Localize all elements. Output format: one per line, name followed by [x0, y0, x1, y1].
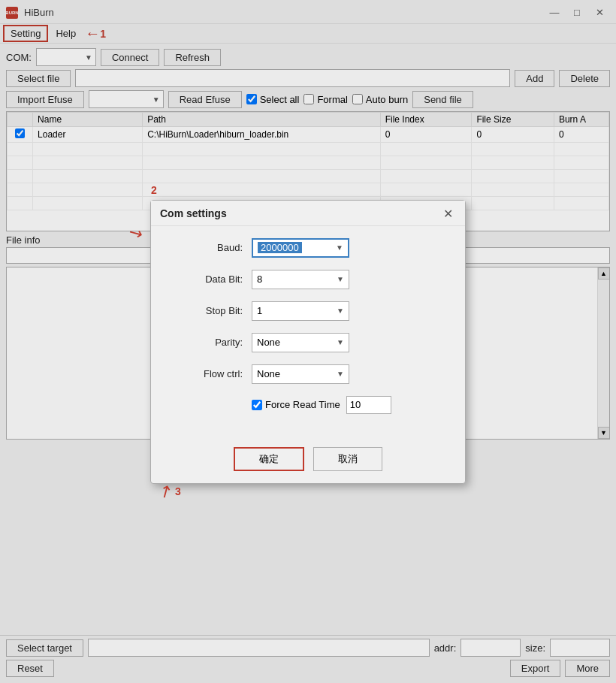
confirm-button[interactable]: 确定	[234, 447, 304, 471]
flow-ctrl-label: Flow ctrl:	[169, 368, 252, 379]
baud-dropdown-arrow: ▼	[336, 243, 343, 252]
force-read-time-row: Force Read Time	[169, 396, 447, 414]
force-read-time-check-label[interactable]: Force Read Time	[252, 399, 340, 410]
annotation-arrow-2: ↘	[125, 221, 146, 245]
data-bit-selector[interactable]: 8 ▼	[252, 270, 349, 289]
flow-ctrl-dropdown-arrow: ▼	[337, 370, 344, 378]
stop-bit-label: Stop Bit:	[169, 305, 252, 316]
stop-bit-row: Stop Bit: 1 ▼	[169, 301, 447, 321]
cancel-button[interactable]: 取消	[313, 447, 382, 471]
force-read-time-checkbox[interactable]	[252, 400, 262, 410]
com-settings-modal: 2 ↘ Com settings ✕ Baud: 2000000 ▼ Data …	[150, 200, 466, 484]
stop-bit-selector[interactable]: 1 ▼	[252, 301, 349, 321]
data-bit-dropdown-arrow: ▼	[337, 275, 344, 283]
modal-body: Baud: 2000000 ▼ Data Bit: 8 ▼ Stop Bit: …	[151, 226, 465, 438]
baud-label: Baud:	[169, 242, 252, 253]
stop-bit-value: 1	[257, 305, 262, 316]
baud-value: 2000000	[258, 242, 302, 253]
parity-value: None	[257, 337, 280, 348]
modal-title: Com settings	[160, 207, 227, 219]
parity-label: Parity:	[169, 337, 252, 348]
flow-ctrl-row: Flow ctrl: None ▼	[169, 364, 447, 384]
parity-row: Parity: None ▼	[169, 333, 447, 352]
modal-overlay: 2 ↘ Com settings ✕ Baud: 2000000 ▼ Data …	[0, 0, 616, 683]
parity-dropdown-arrow: ▼	[337, 338, 344, 346]
annotation-3-container: ↗ 3	[159, 482, 181, 501]
parity-selector[interactable]: None ▼	[252, 333, 349, 352]
stop-bit-dropdown-arrow: ▼	[337, 307, 344, 315]
force-read-time-text: Force Read Time	[265, 399, 340, 410]
baud-row: Baud: 2000000 ▼	[169, 238, 447, 258]
annotation-num-3: 3	[175, 485, 181, 497]
flow-ctrl-selector[interactable]: None ▼	[252, 364, 349, 384]
data-bit-row: Data Bit: 8 ▼	[169, 270, 447, 289]
data-bit-label: Data Bit:	[169, 274, 252, 285]
data-bit-value: 8	[257, 274, 262, 285]
modal-footer: 确定 取消	[151, 438, 465, 483]
force-read-time-input[interactable]	[346, 396, 391, 414]
flow-ctrl-value: None	[257, 368, 280, 379]
modal-titlebar: Com settings ✕	[151, 201, 465, 226]
modal-close-button[interactable]: ✕	[440, 207, 456, 221]
baud-selector[interactable]: 2000000 ▼	[252, 238, 349, 258]
annotation-num-2: 2	[151, 184, 157, 196]
